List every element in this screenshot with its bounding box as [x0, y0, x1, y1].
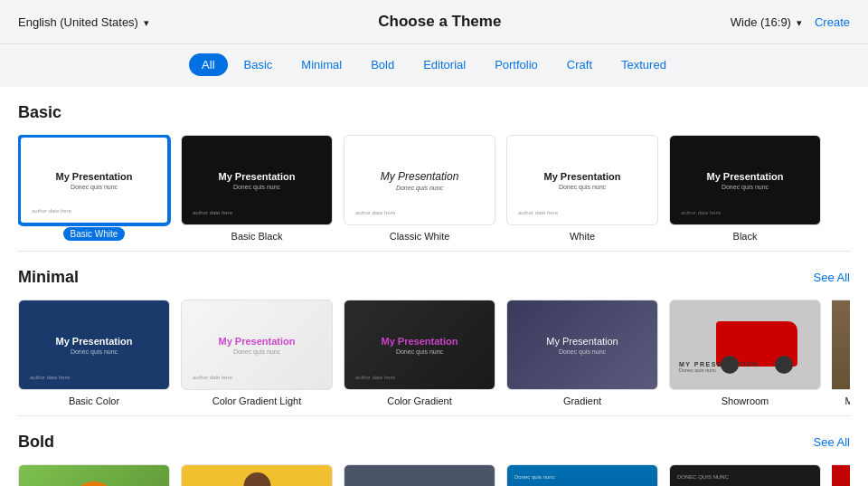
thumb-author: author date here — [193, 375, 232, 380]
thumb-subtitle: Donec quis nunc — [382, 348, 458, 355]
theme-basic-black-label: Basic Black — [231, 231, 283, 242]
theme-basic-black-thumbnail: My Presentation Donec quis nunc author d… — [181, 135, 333, 225]
section-basic: Basic My Presentation Donec quis nunc au… — [18, 87, 850, 251]
theme-color-gradient[interactable]: My Presentation Donec quis nunc author d… — [344, 300, 495, 406]
minimal-see-all-button[interactable]: See All — [814, 271, 850, 284]
create-button[interactable]: Create — [815, 15, 850, 29]
thumb-subtitle: Donec quis nunc — [219, 348, 296, 355]
bold-theme-grid: MY PRESENTATION Donec quis nunc MYPRESEN… — [18, 464, 850, 486]
thumb-title: My Presentation — [56, 336, 133, 347]
theme-color-gradient-label: Color Gradient — [387, 395, 452, 406]
aspect-ratio-label: Wide (16:9) — [731, 15, 791, 29]
theme-classic-white-label: Classic White — [390, 231, 450, 242]
theme-basic-color-thumbnail: My Presentation Donec quis nunc author d… — [18, 300, 170, 390]
theme-bold-6-thumbnail — [832, 464, 850, 486]
theme-basic-white-thumbnail: My Presentation Donec quis nunc author d… — [18, 135, 170, 225]
theme-bold-5-thumbnail: DONEC QUIS NUNC DONEC QUIS NUNC MY PRESE… — [669, 464, 821, 486]
minimal-theme-grid: My Presentation Donec quis nunc author d… — [18, 300, 850, 406]
theme-modern-label: Moder — [832, 395, 850, 406]
theme-modern-thumbnail: My Pres... — [832, 300, 850, 390]
thumb-author: author date here — [355, 210, 395, 215]
thumb-author: author date here — [681, 210, 721, 215]
theme-gradient[interactable]: My Presentation Donec quis nunc Gradient — [506, 300, 658, 406]
section-bold-title: Bold — [18, 433, 54, 452]
thumb-title: My Presentation — [381, 170, 459, 183]
theme-modern[interactable]: My Pres... Moder — [832, 300, 850, 406]
filter-tab-editorial[interactable]: Editorial — [410, 53, 478, 76]
header-right: Wide (16:9) Create — [731, 15, 850, 29]
theme-bold-4-thumbnail: Donec quis nunc My Presentation — [506, 464, 658, 486]
filter-tab-basic[interactable]: Basic — [231, 53, 286, 76]
section-bold: Bold See All MY PRESENTATION Donec quis … — [18, 416, 850, 486]
thumb-subtitle: Donec quis nunc — [56, 184, 133, 190]
themes-content: Basic My Presentation Donec quis nunc au… — [0, 87, 868, 486]
thumb-subtitle: Donec quis nunc — [546, 348, 618, 355]
theme-black-label: Black — [733, 231, 758, 242]
thumb-subtitle: Donec quis nunc — [56, 348, 133, 355]
theme-bold-2-thumbnail: MYPRESENTATION — [181, 464, 333, 486]
thumb-title: MY PRESENTATION — [679, 361, 760, 367]
theme-bold-4[interactable]: Donec quis nunc My Presentation — [506, 464, 658, 486]
theme-gradient-label: Gradient — [563, 395, 601, 406]
theme-bold-3-thumbnail: MY PRESENTATION — [344, 464, 495, 486]
thumb-author: author date here — [355, 375, 395, 380]
thumb-author: author date here — [193, 210, 232, 215]
thumb-title: My Presentation — [544, 171, 621, 182]
section-minimal-header: Minimal See All — [18, 268, 850, 287]
filter-tab-minimal[interactable]: Minimal — [288, 53, 354, 76]
filter-tab-portfolio[interactable]: Portfolio — [482, 53, 551, 76]
thumb-subtitle: Donec quis nunc — [219, 184, 296, 190]
theme-showroom-thumbnail: MY PRESENTATION Donec quis nunc — [669, 300, 821, 390]
theme-bold-2[interactable]: MYPRESENTATION — [181, 464, 333, 486]
thumb-author: author date here — [32, 208, 71, 214]
theme-showroom[interactable]: MY PRESENTATION Donec quis nunc Showroom — [669, 300, 821, 406]
thumb-title: My Presentation — [56, 171, 133, 182]
section-basic-title: Basic — [18, 103, 61, 122]
thumb-subtitle: Donec quis nunc — [544, 184, 621, 190]
section-minimal-title: Minimal — [18, 268, 79, 287]
language-selector[interactable]: English (United States) — [18, 15, 149, 29]
thumb-title: My Presentation — [382, 336, 458, 347]
thumb-subtitle: Donec quis nunc — [707, 184, 784, 190]
filter-tab-textured[interactable]: Textured — [609, 53, 679, 76]
theme-black-thumbnail: My Presentation Donec quis nunc author d… — [669, 135, 821, 225]
thumb-subtitle: Donec quis nunc — [514, 474, 650, 480]
thumb-title: My Presentation — [219, 336, 296, 347]
bold-see-all-button[interactable]: See All — [814, 435, 850, 449]
aspect-ratio-selector[interactable]: Wide (16:9) — [731, 15, 802, 29]
theme-bold-1[interactable]: MY PRESENTATION Donec quis nunc — [18, 464, 170, 486]
section-bold-header: Bold See All — [18, 433, 850, 452]
thumb-title: My Presentation — [707, 171, 784, 182]
theme-classic-white-thumbnail: My Presentation Donec quis nunc author d… — [344, 135, 495, 225]
theme-black[interactable]: My Presentation Donec quis nunc author d… — [669, 135, 821, 242]
basic-theme-grid: My Presentation Donec quis nunc author d… — [18, 135, 850, 242]
thumb-subtitle: DONEC QUIS NUNC — [677, 474, 813, 480]
theme-bold-5[interactable]: DONEC QUIS NUNC DONEC QUIS NUNC MY PRESE… — [669, 464, 821, 486]
section-minimal: Minimal See All My Presentation Donec qu… — [18, 252, 850, 415]
filter-tab-craft[interactable]: Craft — [554, 53, 605, 76]
theme-basic-white[interactable]: My Presentation Donec quis nunc author d… — [18, 135, 170, 242]
theme-basic-color[interactable]: My Presentation Donec quis nunc author d… — [18, 300, 170, 406]
theme-white-label: White — [570, 231, 595, 242]
thumb-subtitle: Donec quis nunc — [381, 185, 459, 191]
aspect-ratio-chevron-icon — [795, 15, 802, 29]
header: English (United States) Choose a Theme W… — [0, 0, 868, 44]
filter-bar: All Basic Minimal Bold Editorial Portfol… — [0, 44, 868, 87]
filter-tab-all[interactable]: All — [189, 53, 227, 76]
theme-bold-6[interactable] — [832, 464, 850, 486]
theme-gradient-thumbnail: My Presentation Donec quis nunc — [506, 300, 658, 390]
theme-basic-color-label: Basic Color — [69, 395, 119, 406]
theme-bold-3[interactable]: MY PRESENTATION — [344, 464, 495, 486]
thumb-title: My Presentation — [219, 171, 296, 182]
theme-color-gradient-thumbnail: My Presentation Donec quis nunc author d… — [344, 300, 495, 390]
language-chevron-icon — [142, 15, 149, 29]
theme-color-gradient-light[interactable]: My Presentation Donec quis nunc author d… — [181, 300, 333, 406]
filter-tab-bold[interactable]: Bold — [358, 53, 407, 76]
theme-color-gradient-light-label: Color Gradient Light — [212, 395, 301, 406]
theme-showroom-label: Showroom — [722, 395, 769, 406]
page-title: Choose a Theme — [378, 13, 501, 31]
theme-classic-white[interactable]: My Presentation Donec quis nunc author d… — [344, 135, 495, 242]
theme-basic-black[interactable]: My Presentation Donec quis nunc author d… — [181, 135, 333, 242]
thumb-subtitle: Donec quis nunc — [679, 367, 760, 373]
theme-white[interactable]: My Presentation Donec quis nunc author d… — [506, 135, 658, 242]
